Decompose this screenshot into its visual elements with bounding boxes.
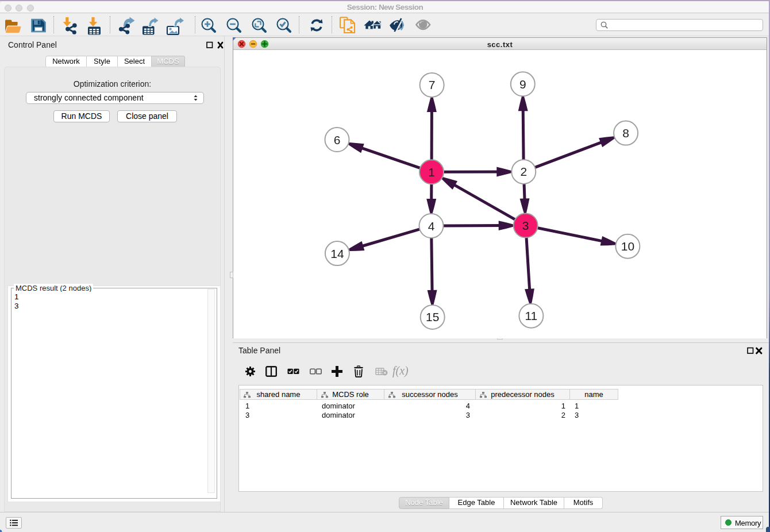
svg-text:11: 11 [525,309,537,322]
svg-text:7: 7 [429,78,436,91]
svg-text:14: 14 [330,247,344,260]
svg-text:1: 1 [428,165,435,179]
svg-text:6: 6 [334,133,341,147]
svg-text:10: 10 [621,240,634,253]
svg-text:4: 4 [428,219,435,233]
svg-text:2: 2 [520,165,527,178]
svg-text:8: 8 [622,126,629,140]
svg-text:15: 15 [426,310,439,323]
svg-text:3: 3 [522,219,529,232]
svg-text:9: 9 [519,78,526,91]
